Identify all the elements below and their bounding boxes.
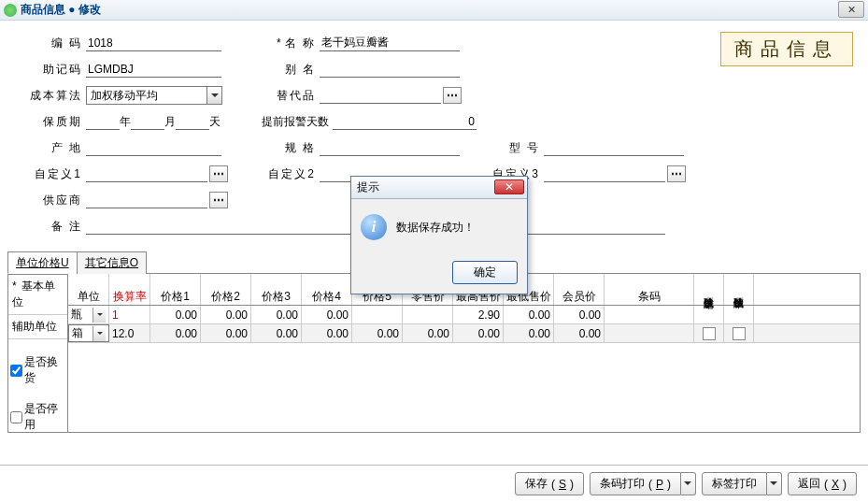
label-subst: 替代品 <box>252 88 320 104</box>
cell-retail[interactable] <box>403 306 453 323</box>
dialog-message: 数据保存成功！ <box>396 220 475 236</box>
window-close-button[interactable]: ✕ <box>838 1 864 18</box>
label-year: 年 <box>120 114 131 130</box>
label-disable: 是否停用 <box>24 401 65 433</box>
cell-unit[interactable]: 箱 <box>68 324 109 342</box>
label-month: 月 <box>164 114 176 130</box>
label-supplier: 供应商 <box>19 193 86 208</box>
cell-unit[interactable]: 瓶 <box>68 306 109 323</box>
label-remark: 备 注 <box>19 219 86 235</box>
label-day: 天 <box>209 114 221 130</box>
chevron-down-icon[interactable] <box>206 87 221 104</box>
label-cust1: 自定义1 <box>19 166 86 182</box>
window-title: 商品信息 ● 修改 <box>21 2 101 18</box>
input-name[interactable] <box>320 35 460 51</box>
chevron-down-icon[interactable] <box>767 472 782 495</box>
input-spec[interactable] <box>320 139 460 156</box>
label-code: 编 码 <box>19 36 86 51</box>
input-origin[interactable] <box>86 139 221 156</box>
cell-out[interactable] <box>724 324 754 342</box>
cell-p4[interactable]: 0.00 <box>302 306 352 323</box>
ellipsis-cust1-button[interactable]: ⋯ <box>209 165 228 182</box>
tab-other-info[interactable]: 其它信息O <box>77 251 147 274</box>
row-label-aux: 辅助单位 <box>8 315 67 339</box>
dialog-title: 提示 <box>357 179 379 195</box>
chevron-down-icon[interactable] <box>92 308 106 323</box>
input-alias[interactable] <box>320 61 460 78</box>
cell-barcode[interactable] <box>605 306 694 323</box>
col-p2: 价格2 <box>201 274 251 305</box>
info-icon: i <box>361 214 387 240</box>
table-row: 箱 12.0 0.00 0.00 0.00 0.00 0.00 0.00 0.0… <box>68 324 860 343</box>
cell-barcode[interactable] <box>605 324 694 342</box>
col-rate: 换算率 <box>109 274 150 305</box>
checkbox-disable[interactable] <box>10 411 22 423</box>
cell-in[interactable] <box>694 324 724 342</box>
row-label-basic: 基本单位 <box>8 275 67 315</box>
label-spec: 规 格 <box>252 140 320 156</box>
ellipsis-subst-button[interactable]: ⋯ <box>443 87 462 104</box>
input-shelf-year[interactable] <box>86 113 120 130</box>
footer: 保存(S) 条码打印(P) 标签打印 返回(X) <box>0 465 868 502</box>
tab-unit-price[interactable]: 单位价格U <box>7 251 78 274</box>
combo-cost[interactable]: 加权移动平均 <box>86 86 222 105</box>
col-barcode: 条码 <box>605 274 694 305</box>
cell-min[interactable]: 0.00 <box>504 306 554 323</box>
dialog-titlebar: 提示 ✕ <box>351 177 527 199</box>
cell-p2[interactable]: 0.00 <box>201 306 251 323</box>
cell-rate[interactable]: 1 <box>109 306 150 323</box>
dialog-close-button[interactable]: ✕ <box>494 179 524 194</box>
input-shelf-month[interactable] <box>131 113 164 130</box>
label-alias: 别 名 <box>252 62 320 78</box>
input-cust3[interactable] <box>544 165 665 182</box>
col-p1: 价格1 <box>150 274 201 305</box>
page-badge: 商品信息 <box>720 32 853 66</box>
checkbox-exchange[interactable] <box>10 365 22 377</box>
col-in-unit: 进项默认单位 <box>694 274 724 305</box>
label-shelf: 保质期 <box>19 114 86 130</box>
cell-vip[interactable]: 0.00 <box>554 306 605 323</box>
cell-max[interactable]: 2.90 <box>453 306 504 323</box>
label-origin: 产 地 <box>19 140 86 156</box>
input-subst[interactable] <box>320 87 441 104</box>
cell-p5[interactable] <box>352 306 403 323</box>
cell-p1[interactable]: 0.00 <box>150 324 201 342</box>
label-exchange: 是否换货 <box>24 354 65 386</box>
col-out-unit: 销项默认单位 <box>724 274 754 305</box>
col-vip: 会员价 <box>554 274 605 305</box>
cell-retail[interactable]: 0.00 <box>403 324 453 342</box>
barcode-print-button[interactable]: 条码打印(P) <box>590 472 696 495</box>
label-warn: 提前报警天数 <box>252 114 333 130</box>
cell-rate[interactable]: 12.0 <box>109 324 150 342</box>
ellipsis-supplier-button[interactable]: ⋯ <box>209 192 228 208</box>
chevron-down-icon[interactable] <box>681 472 696 495</box>
table-row: 瓶 1 0.00 0.00 0.00 0.00 2.90 0.00 0.00 <box>68 306 860 324</box>
input-model[interactable] <box>544 139 684 156</box>
input-shelf-day[interactable] <box>176 113 209 130</box>
dialog-ok-button[interactable]: 确定 <box>452 261 518 284</box>
back-button[interactable]: 返回(X) <box>788 472 857 495</box>
input-code[interactable] <box>86 35 221 51</box>
cell-p1[interactable]: 0.00 <box>150 306 201 323</box>
cell-p5[interactable]: 0.00 <box>352 324 403 342</box>
cell-min[interactable]: 0.00 <box>504 324 554 342</box>
chevron-down-icon[interactable] <box>92 326 106 341</box>
label-cust2: 自定义2 <box>252 166 320 182</box>
label-print-button[interactable]: 标签打印 <box>702 472 782 495</box>
cell-vip[interactable]: 0.00 <box>554 324 605 342</box>
message-dialog: 提示 ✕ i 数据保存成功！ 确定 <box>350 176 528 294</box>
input-mnemonic[interactable] <box>86 61 221 78</box>
input-warn[interactable] <box>333 113 477 130</box>
cell-p3[interactable]: 0.00 <box>251 324 302 342</box>
cell-p4[interactable]: 0.00 <box>302 324 352 342</box>
cell-p3[interactable]: 0.00 <box>251 306 302 323</box>
cell-p2[interactable]: 0.00 <box>201 324 251 342</box>
cell-out[interactable] <box>724 306 754 323</box>
cell-max[interactable]: 0.00 <box>453 324 504 342</box>
label-name: 名 称 <box>252 36 320 51</box>
input-supplier[interactable] <box>86 192 207 208</box>
ellipsis-cust3-button[interactable]: ⋯ <box>667 165 686 182</box>
cell-in[interactable] <box>694 306 724 323</box>
save-button[interactable]: 保存(S) <box>515 472 584 495</box>
input-cust1[interactable] <box>86 165 207 182</box>
